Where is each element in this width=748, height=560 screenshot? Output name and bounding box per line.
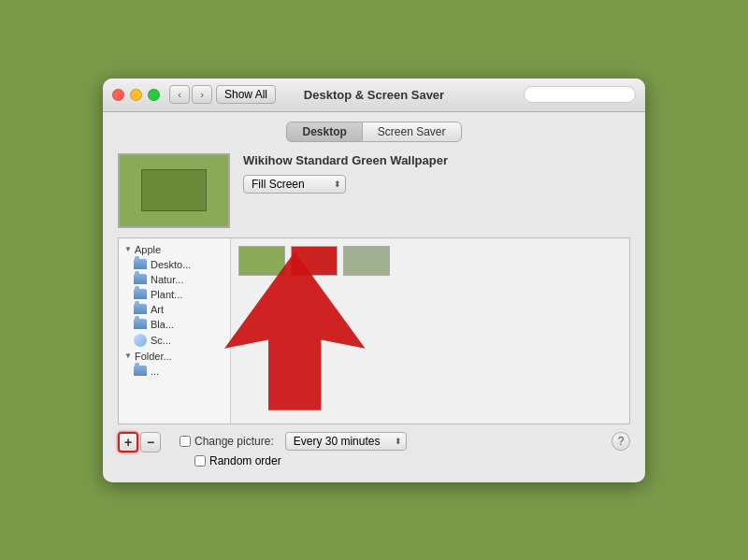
- interval-dropdown-wrapper: Every 30 minutes Every 5 minutes Every 1…: [285, 432, 407, 451]
- bottom-row: + − Change picture: Every 30 minutes Eve: [118, 432, 630, 467]
- sidebar-item-label: Bla...: [151, 319, 174, 330]
- minimize-button[interactable]: [130, 89, 142, 101]
- fill-mode-dropdown-wrapper: Fill Screen Fit to Screen Stretch to Fil…: [243, 175, 346, 194]
- sidebar-item-folder[interactable]: ...: [119, 364, 230, 379]
- change-picture-checkbox[interactable]: [180, 436, 191, 447]
- help-button[interactable]: ?: [611, 432, 630, 451]
- sidebar-item-label: Natur...: [151, 274, 183, 285]
- sidebar-panel: ▼ Apple Deskto... Natur... Plant...: [119, 238, 231, 424]
- close-button[interactable]: [112, 89, 124, 101]
- fill-mode-dropdown[interactable]: Fill Screen Fit to Screen Stretch to Fil…: [243, 175, 346, 194]
- traffic-lights: [112, 89, 160, 101]
- sidebar-group-apple: ▼ Apple: [119, 242, 230, 257]
- change-picture-checkbox-label[interactable]: Change picture:: [180, 435, 274, 448]
- interval-dropdown[interactable]: Every 30 minutes Every 5 minutes Every 1…: [285, 432, 407, 451]
- sidebar-item-art[interactable]: Art: [119, 302, 230, 317]
- wallpaper-grid-item[interactable]: [291, 246, 338, 276]
- forward-button[interactable]: ›: [192, 85, 212, 104]
- sidebar-item-label: Sc...: [151, 335, 171, 346]
- folder-icon: [134, 289, 147, 299]
- wallpaper-thumbnail: [118, 153, 230, 228]
- sidebar-item-sc[interactable]: Sc...: [119, 332, 230, 349]
- titlebar: ‹ › Show All Desktop & Screen Saver: [103, 79, 645, 112]
- random-order-checkbox[interactable]: [194, 455, 206, 467]
- controls-right: Change picture: Every 30 minutes Every 5…: [180, 432, 611, 467]
- folder-icon: [134, 304, 147, 314]
- fill-mode-row: Fill Screen Fit to Screen Stretch to Fil…: [243, 175, 630, 194]
- folder-icon: [134, 274, 147, 284]
- tab-desktop[interactable]: Desktop: [286, 122, 361, 142]
- sidebar-item-label: Art: [151, 304, 164, 315]
- sidebar-item-label: Deskto...: [151, 259, 191, 270]
- thumb-inner: [141, 169, 207, 211]
- folder-icon: [134, 259, 147, 269]
- change-picture-label: Change picture:: [194, 435, 274, 448]
- sidebar-item-desktop[interactable]: Deskto...: [119, 257, 230, 272]
- maximize-button[interactable]: [148, 89, 160, 101]
- tab-screensaver[interactable]: Screen Saver: [362, 122, 462, 142]
- browser-area: ▼ Apple Deskto... Natur... Plant...: [118, 237, 630, 424]
- folder-icon: [134, 366, 147, 376]
- window-title: Desktop & Screen Saver: [304, 88, 444, 102]
- random-order-checkbox-label[interactable]: Random order: [194, 454, 611, 467]
- triangle-icon: ▼: [124, 352, 132, 360]
- sidebar-item-nature[interactable]: Natur...: [119, 272, 230, 287]
- sidebar-group-folders-label: Folder...: [135, 351, 172, 362]
- wallpaper-grid-item[interactable]: [238, 246, 285, 276]
- sidebar-item-label: Plant...: [151, 289, 182, 300]
- random-order-label: Random order: [209, 454, 281, 467]
- search-input[interactable]: [530, 89, 629, 100]
- main-window: ‹ › Show All Desktop & Screen Saver Desk…: [103, 79, 645, 482]
- sidebar-group-apple-label: Apple: [135, 244, 161, 255]
- sidebar-group-folders: ▼ Folder...: [119, 349, 230, 364]
- remove-folder-button[interactable]: −: [140, 432, 161, 452]
- add-remove-buttons: + −: [118, 432, 161, 452]
- tab-bar: Desktop Screen Saver: [118, 122, 630, 142]
- wallpaper-grid-item[interactable]: [343, 246, 390, 276]
- sidebar-item-plants[interactable]: Plant...: [119, 287, 230, 302]
- show-all-button[interactable]: Show All: [216, 85, 276, 104]
- sidebar-item-black[interactable]: Bla...: [119, 317, 230, 332]
- content-area: Desktop Screen Saver Wikihow Standard Gr…: [103, 112, 645, 482]
- back-button[interactable]: ‹: [169, 85, 190, 104]
- change-picture-row: Change picture: Every 30 minutes Every 5…: [180, 432, 611, 451]
- wallpaper-info: Wikihow Standard Green Wallpaper Fill Sc…: [243, 153, 630, 194]
- wallpaper-grid: [231, 238, 629, 424]
- nav-buttons: ‹ ›: [169, 85, 212, 104]
- search-box[interactable]: [524, 86, 636, 103]
- folder-icon: [134, 319, 147, 329]
- wallpaper-name: Wikihow Standard Green Wallpaper: [243, 153, 630, 167]
- triangle-icon: ▼: [124, 245, 132, 253]
- preview-area: Wikihow Standard Green Wallpaper Fill Sc…: [118, 153, 630, 228]
- sidebar-item-label: ...: [151, 366, 159, 377]
- sc-icon: [134, 334, 147, 347]
- add-folder-button[interactable]: +: [118, 432, 138, 452]
